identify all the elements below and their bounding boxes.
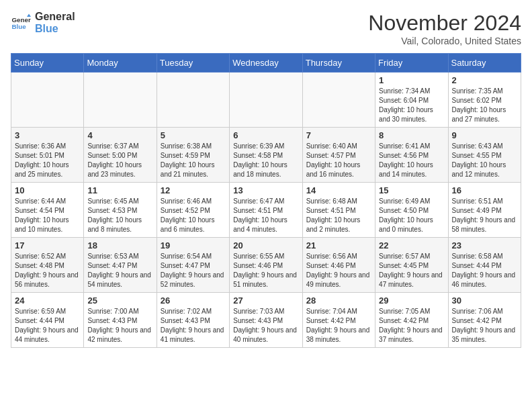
- day-number: 20: [233, 240, 298, 250]
- calendar-cell: 3Sunrise: 6:36 AM Sunset: 5:01 PM Daylig…: [11, 128, 84, 183]
- day-info: Sunrise: 6:46 AM Sunset: 4:52 PM Dayligh…: [161, 197, 226, 234]
- day-number: 26: [161, 295, 226, 306]
- calendar-cell: 5Sunrise: 6:38 AM Sunset: 4:59 PM Daylig…: [157, 128, 229, 183]
- svg-text:General: General: [12, 16, 32, 24]
- weekday-wednesday: Wednesday: [230, 54, 302, 73]
- day-number: 1: [379, 75, 444, 85]
- location: Vail, Colorado, United States: [368, 36, 521, 46]
- day-info: Sunrise: 7:34 AM Sunset: 6:04 PM Dayligh…: [379, 87, 444, 124]
- svg-marker-2: [27, 14, 31, 17]
- calendar-cell: 16Sunrise: 6:51 AM Sunset: 4:49 PM Dayli…: [448, 183, 521, 238]
- day-number: 19: [161, 240, 226, 250]
- day-number: 13: [233, 185, 298, 195]
- day-info: Sunrise: 6:36 AM Sunset: 5:01 PM Dayligh…: [15, 142, 80, 179]
- logo-blue: Blue: [35, 23, 75, 35]
- day-info: Sunrise: 6:41 AM Sunset: 4:56 PM Dayligh…: [379, 142, 444, 179]
- day-number: 14: [306, 185, 371, 195]
- day-number: 29: [379, 295, 444, 306]
- calendar-cell: 27Sunrise: 7:03 AM Sunset: 4:43 PM Dayli…: [230, 293, 302, 348]
- weekday-tuesday: Tuesday: [157, 54, 229, 73]
- day-number: 5: [161, 130, 226, 140]
- day-number: 27: [233, 295, 298, 306]
- day-number: 6: [233, 130, 298, 140]
- day-info: Sunrise: 7:35 AM Sunset: 6:02 PM Dayligh…: [452, 87, 517, 124]
- calendar-cell: 22Sunrise: 6:57 AM Sunset: 4:45 PM Dayli…: [375, 238, 448, 293]
- day-number: 16: [452, 185, 517, 195]
- calendar-cell: [11, 73, 84, 128]
- day-info: Sunrise: 6:53 AM Sunset: 4:47 PM Dayligh…: [87, 252, 152, 289]
- calendar-cell: 30Sunrise: 7:06 AM Sunset: 4:42 PM Dayli…: [448, 293, 521, 348]
- calendar-cell: 15Sunrise: 6:49 AM Sunset: 4:50 PM Dayli…: [375, 183, 448, 238]
- day-info: Sunrise: 6:52 AM Sunset: 4:48 PM Dayligh…: [15, 252, 80, 289]
- day-info: Sunrise: 6:47 AM Sunset: 4:51 PM Dayligh…: [233, 197, 298, 234]
- calendar-cell: 21Sunrise: 6:56 AM Sunset: 4:46 PM Dayli…: [302, 238, 375, 293]
- week-row-1: 1Sunrise: 7:34 AM Sunset: 6:04 PM Daylig…: [11, 73, 521, 128]
- day-number: 4: [87, 130, 152, 140]
- weekday-sunday: Sunday: [11, 54, 84, 73]
- calendar-cell: 18Sunrise: 6:53 AM Sunset: 4:47 PM Dayli…: [84, 238, 157, 293]
- day-number: 10: [15, 185, 80, 195]
- calendar-cell: [230, 73, 302, 128]
- svg-text:Blue: Blue: [12, 23, 27, 30]
- day-info: Sunrise: 6:51 AM Sunset: 4:49 PM Dayligh…: [452, 197, 517, 234]
- calendar-table: SundayMondayTuesdayWednesdayThursdayFrid…: [11, 53, 521, 348]
- day-info: Sunrise: 7:03 AM Sunset: 4:43 PM Dayligh…: [233, 307, 298, 345]
- calendar-cell: 14Sunrise: 6:48 AM Sunset: 4:51 PM Dayli…: [302, 183, 375, 238]
- header: General Blue General Blue November 2024 …: [11, 11, 521, 46]
- day-info: Sunrise: 7:00 AM Sunset: 4:43 PM Dayligh…: [87, 307, 152, 345]
- calendar-cell: 8Sunrise: 6:41 AM Sunset: 4:56 PM Daylig…: [375, 128, 448, 183]
- day-number: 15: [379, 185, 444, 195]
- day-info: Sunrise: 6:55 AM Sunset: 4:46 PM Dayligh…: [233, 252, 298, 289]
- logo-general: General: [35, 11, 75, 23]
- weekday-thursday: Thursday: [302, 54, 375, 73]
- day-info: Sunrise: 6:44 AM Sunset: 4:54 PM Dayligh…: [15, 197, 80, 234]
- day-info: Sunrise: 6:57 AM Sunset: 4:45 PM Dayligh…: [379, 252, 444, 289]
- calendar-cell: 28Sunrise: 7:04 AM Sunset: 4:42 PM Dayli…: [302, 293, 375, 348]
- day-number: 22: [379, 240, 444, 250]
- calendar-cell: 17Sunrise: 6:52 AM Sunset: 4:48 PM Dayli…: [11, 238, 84, 293]
- day-number: 17: [15, 240, 80, 250]
- day-number: 23: [452, 240, 517, 250]
- title-area: November 2024 Vail, Colorado, United Sta…: [368, 11, 521, 46]
- day-info: Sunrise: 6:54 AM Sunset: 4:47 PM Dayligh…: [161, 252, 226, 289]
- calendar-cell: 7Sunrise: 6:40 AM Sunset: 4:57 PM Daylig…: [302, 128, 375, 183]
- day-number: 30: [452, 295, 517, 306]
- day-info: Sunrise: 6:38 AM Sunset: 4:59 PM Dayligh…: [161, 142, 226, 179]
- day-number: 8: [379, 130, 444, 140]
- day-info: Sunrise: 7:05 AM Sunset: 4:42 PM Dayligh…: [379, 307, 444, 345]
- day-info: Sunrise: 6:43 AM Sunset: 4:55 PM Dayligh…: [452, 142, 517, 179]
- day-number: 28: [306, 295, 371, 306]
- calendar-cell: 26Sunrise: 7:02 AM Sunset: 4:43 PM Dayli…: [157, 293, 229, 348]
- day-info: Sunrise: 6:39 AM Sunset: 4:58 PM Dayligh…: [233, 142, 298, 179]
- day-number: 24: [15, 295, 80, 306]
- day-info: Sunrise: 6:48 AM Sunset: 4:51 PM Dayligh…: [306, 197, 371, 234]
- day-info: Sunrise: 7:04 AM Sunset: 4:42 PM Dayligh…: [306, 307, 371, 345]
- calendar-body: 1Sunrise: 7:34 AM Sunset: 6:04 PM Daylig…: [11, 73, 521, 348]
- calendar-cell: [157, 73, 229, 128]
- calendar-cell: 9Sunrise: 6:43 AM Sunset: 4:55 PM Daylig…: [448, 128, 521, 183]
- calendar-cell: 24Sunrise: 6:59 AM Sunset: 4:44 PM Dayli…: [11, 293, 84, 348]
- day-number: 18: [87, 240, 152, 250]
- calendar-cell: 19Sunrise: 6:54 AM Sunset: 4:47 PM Dayli…: [157, 238, 229, 293]
- calendar-cell: 20Sunrise: 6:55 AM Sunset: 4:46 PM Dayli…: [230, 238, 302, 293]
- week-row-5: 24Sunrise: 6:59 AM Sunset: 4:44 PM Dayli…: [11, 293, 521, 348]
- day-number: 2: [452, 75, 517, 85]
- calendar-cell: 13Sunrise: 6:47 AM Sunset: 4:51 PM Dayli…: [230, 183, 302, 238]
- calendar-cell: 6Sunrise: 6:39 AM Sunset: 4:58 PM Daylig…: [230, 128, 302, 183]
- week-row-4: 17Sunrise: 6:52 AM Sunset: 4:48 PM Dayli…: [11, 238, 521, 293]
- day-info: Sunrise: 6:49 AM Sunset: 4:50 PM Dayligh…: [379, 197, 444, 234]
- day-number: 7: [306, 130, 371, 140]
- weekday-friday: Friday: [375, 54, 448, 73]
- day-info: Sunrise: 6:37 AM Sunset: 5:00 PM Dayligh…: [87, 142, 152, 179]
- calendar-header: SundayMondayTuesdayWednesdayThursdayFrid…: [11, 54, 521, 73]
- weekday-saturday: Saturday: [448, 54, 521, 73]
- day-number: 11: [87, 185, 152, 195]
- calendar-cell: 29Sunrise: 7:05 AM Sunset: 4:42 PM Dayli…: [375, 293, 448, 348]
- day-info: Sunrise: 6:40 AM Sunset: 4:57 PM Dayligh…: [306, 142, 371, 179]
- calendar-cell: 23Sunrise: 6:58 AM Sunset: 4:44 PM Dayli…: [448, 238, 521, 293]
- logo-icon: General Blue: [11, 13, 31, 33]
- logo: General Blue General Blue: [11, 11, 75, 35]
- calendar-cell: 2Sunrise: 7:35 AM Sunset: 6:02 PM Daylig…: [448, 73, 521, 128]
- day-number: 25: [87, 295, 152, 306]
- calendar-cell: 12Sunrise: 6:46 AM Sunset: 4:52 PM Dayli…: [157, 183, 229, 238]
